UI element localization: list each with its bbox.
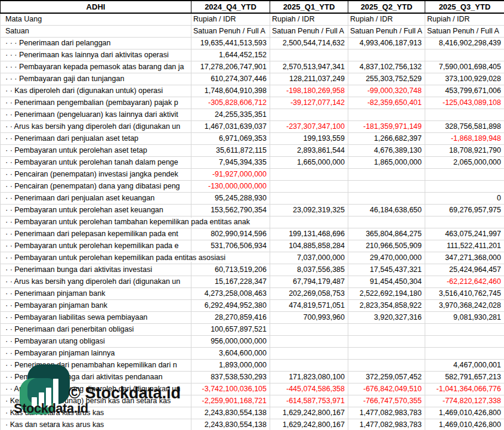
row-label-cell[interactable]: · · Pembayaran utang obligasi xyxy=(1,335,191,347)
value-cell[interactable]: 2,522,692,194,180 xyxy=(348,287,425,299)
value-cell[interactable]: -125,043,089,108 xyxy=(425,97,504,109)
row-label-cell[interactable]: · · · Pembayaran gaji dan tunjangan xyxy=(1,73,191,85)
value-cell[interactable] xyxy=(348,359,425,371)
row-label-cell[interactable]: · · Penerimaan dari pelepasan kepemilika… xyxy=(1,228,191,240)
value-cell[interactable]: 4,837,102,756,132 xyxy=(348,61,425,73)
row-label-cell[interactable]: · · Pembayaran untuk perolehan tanah dal… xyxy=(1,156,191,168)
value-cell[interactable]: -198,180,269,958 xyxy=(270,85,348,97)
row-label-cell[interactable]: · · Pencairan (penempatan) investasi jan… xyxy=(1,168,191,180)
value-cell[interactable]: 3,516,410,762,745 xyxy=(425,287,504,299)
row-label-cell[interactable]: · · · Penerimaan kas lainnya dari aktivi… xyxy=(1,49,191,61)
company-header-cell[interactable]: ADHI xyxy=(1,1,191,13)
value-cell[interactable]: 802,990,914,596 xyxy=(191,228,270,240)
value-cell[interactable] xyxy=(425,335,504,347)
value-cell[interactable]: 463,075,241,997 xyxy=(425,228,504,240)
value-cell[interactable]: 1,477,082,983,783 xyxy=(348,419,425,430)
value-cell[interactable]: 199,131,468,696 xyxy=(270,228,348,240)
value-cell[interactable]: 3,604,600,000 xyxy=(191,347,270,359)
value-cell[interactable]: 2,065,000,000 xyxy=(425,156,504,168)
value-cell[interactable]: -774,820,127,338 xyxy=(425,395,504,407)
value-cell[interactable]: 4,993,406,187,913 xyxy=(348,37,425,49)
value-cell[interactable] xyxy=(348,347,425,359)
value-cell[interactable]: -62,212,642,460 xyxy=(425,276,504,287)
row-label-cell[interactable]: · · Penerimaan pengembalian (pembayaran)… xyxy=(1,97,191,109)
value-cell[interactable]: 3,970,368,242,028 xyxy=(425,299,504,311)
value-cell[interactable]: 17,545,437,321 xyxy=(348,264,425,276)
value-cell[interactable] xyxy=(270,347,348,359)
value-cell[interactable]: 100,657,897,521 xyxy=(191,323,270,335)
unit-value-cell[interactable]: Satuan Penuh / Full A xyxy=(191,25,270,37)
value-cell[interactable]: 1,665,000,000 xyxy=(270,156,348,168)
currency-value-cell[interactable]: Rupiah / IDR xyxy=(348,13,425,25)
value-cell[interactable] xyxy=(425,347,504,359)
value-cell[interactable]: 1,266,682,397 xyxy=(348,132,425,144)
value-cell[interactable]: 23,092,319,325 xyxy=(270,204,348,216)
value-cell[interactable] xyxy=(348,335,425,347)
value-cell[interactable] xyxy=(270,359,348,371)
value-cell[interactable] xyxy=(348,192,425,204)
row-label-cell[interactable]: · · Penerimaan dari penjualan aset tetap xyxy=(1,132,191,144)
row-label-cell[interactable]: · · Pembayaran untuk perolehan aset keua… xyxy=(1,204,191,216)
value-cell[interactable] xyxy=(425,109,504,120)
value-cell[interactable]: 95,245,288,930 xyxy=(191,192,270,204)
value-cell[interactable]: 255,303,752,529 xyxy=(348,73,425,85)
value-cell[interactable] xyxy=(425,180,504,192)
value-cell[interactable]: -614,587,753,971 xyxy=(270,395,348,407)
value-cell[interactable]: 2,243,830,554,138 xyxy=(191,407,270,419)
column-header[interactable]: 2025_Q3_YTD xyxy=(425,1,504,13)
value-cell[interactable]: 6,971,069,353 xyxy=(191,132,270,144)
value-cell[interactable]: 199,193,559 xyxy=(270,132,348,144)
value-cell[interactable]: 171,823,080,100 xyxy=(270,371,348,383)
value-cell[interactable]: 2,823,354,858,922 xyxy=(348,299,425,311)
value-cell[interactable] xyxy=(270,216,348,228)
value-cell[interactable]: 1,629,242,800,167 xyxy=(270,419,348,430)
value-cell[interactable] xyxy=(270,168,348,180)
value-cell[interactable]: 1,467,031,639,037 xyxy=(191,120,270,132)
row-label-cell[interactable]: · · Pembayaran liabilitas sewa pembiayaa… xyxy=(1,311,191,323)
value-cell[interactable]: 104,885,858,284 xyxy=(270,240,348,252)
currency-value-cell[interactable]: Rupiah / IDR xyxy=(270,13,348,25)
value-cell[interactable]: -39,127,077,142 xyxy=(270,97,348,109)
value-cell[interactable]: 18,708,921,790 xyxy=(425,144,504,156)
row-label-cell[interactable]: · · · Penerimaan dari pelanggan xyxy=(1,37,191,49)
value-cell[interactable]: -3,742,100,036,105 xyxy=(191,383,270,395)
value-cell[interactable]: -130,000,000,000 xyxy=(191,180,270,192)
value-cell[interactable] xyxy=(425,323,504,335)
unit-label-cell[interactable]: Satuan xyxy=(1,25,191,37)
value-cell[interactable]: 15,167,228,347 xyxy=(191,276,270,287)
row-label-cell[interactable]: · · Pembayaran untuk perolehan tambahan … xyxy=(1,216,191,228)
row-label-cell[interactable]: · · Pembayaran untuk perolehan aset teta… xyxy=(1,144,191,156)
currency-value-cell[interactable]: Rupiah / IDR xyxy=(425,13,504,25)
value-cell[interactable]: 373,100,929,028 xyxy=(425,73,504,85)
value-cell[interactable]: 531,706,506,934 xyxy=(191,240,270,252)
value-cell[interactable]: 1,748,604,910,398 xyxy=(191,85,270,97)
value-cell[interactable]: 35,611,872,115 xyxy=(191,144,270,156)
row-label-cell[interactable]: · · Pembayaran untuk perolehan kepemilik… xyxy=(1,252,191,264)
value-cell[interactable]: -1,041,364,066,776 xyxy=(425,383,504,395)
value-cell[interactable]: 372,259,057,452 xyxy=(348,371,425,383)
value-cell[interactable]: 210,966,505,909 xyxy=(348,240,425,252)
value-cell[interactable] xyxy=(348,180,425,192)
value-cell[interactable]: 1,469,010,426,800 xyxy=(425,419,504,430)
value-cell[interactable]: 2,570,513,947,341 xyxy=(270,61,348,73)
value-cell[interactable]: 1,629,242,800,167 xyxy=(270,407,348,419)
value-cell[interactable]: 19,635,441,513,593 xyxy=(191,37,270,49)
value-cell[interactable]: 347,271,368,000 xyxy=(425,252,504,264)
value-cell[interactable]: 17,278,206,747,901 xyxy=(191,61,270,73)
value-cell[interactable]: 1,477,082,983,783 xyxy=(348,407,425,419)
value-cell[interactable] xyxy=(348,109,425,120)
value-cell[interactable]: 6,292,494,952,380 xyxy=(191,299,270,311)
value-cell[interactable]: -445,074,586,358 xyxy=(270,383,348,395)
value-cell[interactable]: 60,713,519,206 xyxy=(191,264,270,276)
value-cell[interactable]: -2,259,901,168,721 xyxy=(191,395,270,407)
value-cell[interactable]: 0 xyxy=(425,192,504,204)
row-label-cell[interactable]: · · Arus kas bersih yang diperoleh dari … xyxy=(1,276,191,287)
value-cell[interactable]: 7,037,000,000 xyxy=(270,252,348,264)
row-label-cell[interactable]: · · Pembayaran untuk perolehan kepemilik… xyxy=(1,240,191,252)
value-cell[interactable]: 69,276,957,975 xyxy=(425,204,504,216)
value-cell[interactable]: 9,081,930,281 xyxy=(425,311,504,323)
value-cell[interactable]: 202,269,058,753 xyxy=(270,287,348,299)
value-cell[interactable] xyxy=(425,216,504,228)
value-cell[interactable]: 700,993,960 xyxy=(270,311,348,323)
row-label-cell[interactable]: · · Pembayaran pinjaman bank xyxy=(1,299,191,311)
